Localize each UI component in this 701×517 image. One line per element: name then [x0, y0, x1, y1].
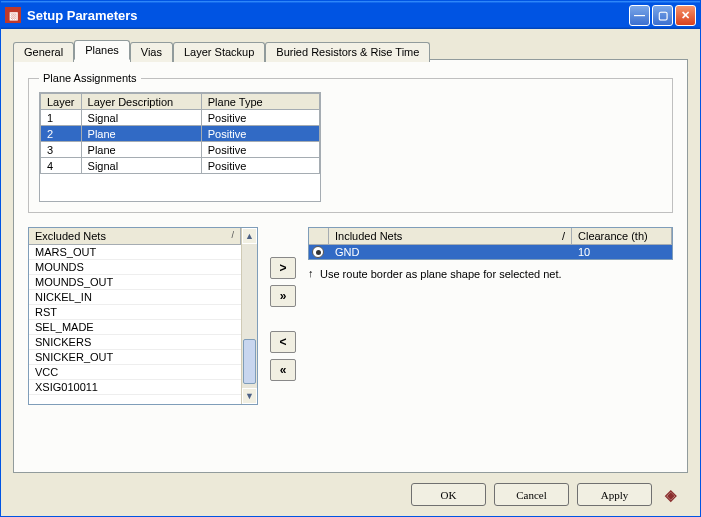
table-row[interactable]: 2 Plane Positive [41, 126, 320, 142]
client-area: General Planes Vias Layer Stackup Buried… [1, 29, 700, 516]
scroll-down-icon[interactable]: ▼ [242, 388, 257, 404]
move-right-button[interactable]: > [270, 257, 296, 279]
help-icon[interactable]: ◈ [660, 484, 682, 506]
sort-indicator-icon: / [562, 230, 565, 242]
tab-planes[interactable]: Planes [74, 40, 130, 60]
table-row[interactable]: 4 Signal Positive [41, 158, 320, 174]
tab-layer-stackup[interactable]: Layer Stackup [173, 42, 265, 62]
tab-vias[interactable]: Vias [130, 42, 173, 62]
hint-text: ↑ Use route border as plane shape for se… [308, 268, 673, 280]
list-item[interactable]: RST [29, 305, 241, 320]
list-item[interactable]: SNICKER_OUT [29, 350, 241, 365]
tab-general[interactable]: General [13, 42, 74, 62]
cancel-button[interactable]: Cancel [494, 483, 569, 506]
included-nets-list[interactable]: Included Nets / Clearance (th) GND 10 [308, 227, 673, 260]
list-item[interactable]: NICKEL_IN [29, 290, 241, 305]
included-nets-header[interactable]: Included Nets / [329, 228, 572, 244]
list-item[interactable]: MARS_OUT [29, 245, 241, 260]
list-item[interactable]: MOUNDS_OUT [29, 275, 241, 290]
tab-page-planes: Plane Assignments Layer Layer Descriptio… [13, 59, 688, 473]
minimize-button[interactable]: — [629, 5, 650, 26]
titlebar[interactable]: ▧ Setup Parameters — ▢ ✕ [1, 1, 700, 29]
clearance-header[interactable]: Clearance (th) [572, 228, 672, 244]
list-item[interactable]: VCC [29, 365, 241, 380]
move-buttons: > » < « [268, 227, 298, 381]
maximize-button[interactable]: ▢ [652, 5, 673, 26]
tab-buried-resistors[interactable]: Buried Resistors & Rise Time [265, 42, 430, 62]
sort-indicator-icon: / [231, 230, 234, 242]
close-button[interactable]: ✕ [675, 5, 696, 26]
excluded-nets-list[interactable]: Excluded Nets / MARS_OUT MOUNDS MOUNDS_O… [28, 227, 258, 405]
move-left-button[interactable]: < [270, 331, 296, 353]
ok-button[interactable]: OK [411, 483, 486, 506]
up-arrow-icon: ↑ [308, 268, 314, 279]
list-item[interactable]: SEL_MADE [29, 320, 241, 335]
scroll-track[interactable] [242, 244, 257, 388]
plane-assignments-group: Plane Assignments Layer Layer Descriptio… [28, 72, 673, 213]
move-right-all-button[interactable]: » [270, 285, 296, 307]
setup-parameters-window: ▧ Setup Parameters — ▢ ✕ General Planes … [0, 0, 701, 517]
scrollbar[interactable]: ▲ ▼ [241, 228, 257, 404]
plane-assignments-table[interactable]: Layer Layer Description Plane Type 1 Sig… [39, 92, 321, 202]
col-header-layer[interactable]: Layer [41, 94, 82, 110]
table-row[interactable]: GND 10 [309, 245, 672, 259]
list-item[interactable]: XSIG010011 [29, 380, 241, 395]
app-icon: ▧ [5, 7, 21, 23]
table-row[interactable]: 1 Signal Positive [41, 110, 320, 126]
col-header-desc[interactable]: Layer Description [81, 94, 201, 110]
scroll-up-icon[interactable]: ▲ [242, 228, 257, 244]
list-item[interactable]: MOUNDS [29, 260, 241, 275]
col-header-type[interactable]: Plane Type [201, 94, 319, 110]
table-row[interactable]: 3 Plane Positive [41, 142, 320, 158]
apply-button[interactable]: Apply [577, 483, 652, 506]
tab-strip: General Planes Vias Layer Stackup Buried… [13, 40, 688, 60]
move-left-all-button[interactable]: « [270, 359, 296, 381]
dialog-footer: OK Cancel Apply ◈ [13, 473, 688, 508]
select-net-radio[interactable] [312, 246, 324, 258]
scroll-thumb[interactable] [243, 339, 256, 384]
list-item[interactable]: SNICKERS [29, 335, 241, 350]
plane-assignments-legend: Plane Assignments [39, 72, 141, 84]
window-title: Setup Parameters [27, 8, 629, 23]
excluded-nets-header[interactable]: Excluded Nets / [29, 228, 241, 245]
included-radio-header [309, 228, 329, 244]
